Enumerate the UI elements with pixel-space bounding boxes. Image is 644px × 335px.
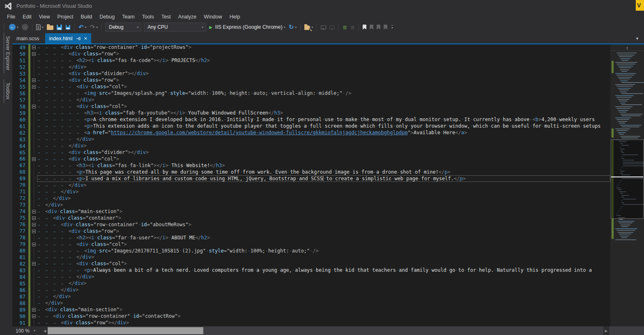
back-dropdown-icon[interactable]: ▾ [17, 25, 18, 29]
line-number[interactable]: 70 [12, 182, 27, 188]
toggle-bookmark-button[interactable] [361, 24, 368, 30]
collapse-box-icon[interactable] [32, 85, 36, 89]
tab-index-html[interactable]: index.html × [45, 33, 92, 44]
line-number[interactable]: 82 [12, 261, 27, 267]
new-file-button[interactable]: ▾ [35, 23, 45, 31]
code-line-62[interactable]: 62→→→→→→<a·href="https://chrome.google.c… [12, 130, 610, 136]
scroll-left-icon[interactable]: ◀ [42, 329, 48, 333]
code-line-79[interactable]: 79→→→→→<div·class="col"> [12, 241, 610, 248]
solution-configuration-combobox[interactable]: Debug ▾ [105, 23, 141, 32]
code-line-82[interactable]: 82→→→→→<div·class="col"> [12, 261, 610, 267]
collapse-box-icon[interactable] [32, 78, 36, 82]
collapse-box-icon[interactable] [32, 46, 36, 49]
menu-edit[interactable]: Edit [19, 13, 35, 21]
collapse-box-icon[interactable] [32, 105, 36, 108]
code-line-78[interactable]: 78→→→→→<h2><i·class="far·fa-user"></i>·A… [12, 234, 610, 241]
line-number[interactable]: 62 [12, 130, 27, 136]
close-icon[interactable]: × [84, 36, 87, 41]
line-number[interactable]: 84 [12, 274, 27, 280]
redo-button[interactable]: ↷ ▾ [89, 23, 99, 32]
fold-margin[interactable] [30, 228, 37, 234]
line-number[interactable]: 63 [12, 136, 27, 143]
code-line-57[interactable]: 57→→→→→</div> [12, 97, 610, 103]
code-line-88[interactable]: 88→</div> [12, 300, 610, 307]
navigate-forward-button[interactable]: → [21, 23, 30, 31]
code-editor[interactable]: 49→→→<div·class="row-container"·id="proj… [12, 44, 610, 326]
fold-margin[interactable] [30, 307, 37, 313]
collapse-box-icon[interactable] [32, 262, 36, 266]
fold-margin[interactable] [30, 241, 37, 248]
menu-window[interactable]: Window [200, 13, 225, 21]
line-number[interactable]: 65 [12, 149, 27, 156]
line-number[interactable]: 91 [12, 320, 27, 326]
navigate-back-button[interactable]: ← ▾ [8, 23, 20, 31]
code-line-91[interactable]: 91→→→<div·class="row"></div> [12, 320, 610, 326]
horizontal-scrollbar[interactable] [48, 326, 603, 335]
line-number[interactable]: 61 [12, 123, 27, 130]
refresh-dropdown-icon[interactable]: ▾ [295, 25, 297, 29]
line-number[interactable]: 89 [12, 307, 27, 313]
next-bookmark-button[interactable] [375, 24, 382, 30]
code-line-90[interactable]: 90→→<div·class="row-container"·id="conta… [12, 313, 610, 320]
code-line-76[interactable]: 76→→→<div·class="row-container"·id="abou… [12, 221, 610, 228]
fold-margin[interactable] [30, 208, 37, 215]
line-number[interactable]: 53 [12, 71, 27, 77]
toolbar-overflow-icon[interactable]: ▾ [391, 25, 393, 30]
menu-project[interactable]: Project [54, 13, 77, 21]
find-dropdown-icon[interactable]: ▾ [311, 25, 313, 29]
code-line-81[interactable]: 81→→→→→</div> [12, 254, 610, 261]
sidebar-tab-server-explorer[interactable]: Server Explorer [3, 33, 11, 73]
code-line-75[interactable]: 75→→<div·class="container"> [12, 215, 610, 221]
code-line-56[interactable]: 56→→→→→→<img·src="Images/splash.png"·sty… [12, 90, 610, 97]
line-number[interactable]: 49 [12, 44, 27, 51]
save-button[interactable] [55, 24, 63, 31]
zoom-dropdown-icon[interactable]: ▾ [34, 329, 35, 333]
document-dropdown-icon[interactable]: ▼ [635, 37, 639, 41]
line-number[interactable]: 58 [12, 103, 27, 110]
code-line-60[interactable]: 60→→→→→→<p>A·chrome·extension·I·develope… [12, 117, 610, 123]
fold-margin[interactable] [30, 44, 37, 51]
configuration-dropdown-icon[interactable]: ▾ [133, 25, 138, 29]
line-number[interactable]: 90 [12, 313, 27, 320]
line-number[interactable]: 85 [12, 280, 27, 287]
minimap-viewport[interactable] [611, 140, 644, 219]
undo-dropdown-icon[interactable]: ▾ [85, 25, 87, 29]
collapse-box-icon[interactable] [32, 216, 36, 220]
menu-help[interactable]: Help [226, 13, 244, 21]
previous-bookmark-button[interactable] [368, 24, 375, 30]
menu-analyze[interactable]: Analyze [175, 13, 200, 21]
line-number[interactable]: 80 [12, 248, 27, 254]
line-number[interactable]: 77 [12, 228, 27, 234]
line-number[interactable]: 57 [12, 97, 27, 103]
feedback-badge-icon[interactable]: V [636, 0, 644, 11]
menu-view[interactable]: View [35, 13, 54, 21]
line-number[interactable]: 75 [12, 215, 27, 221]
collapse-box-icon[interactable] [32, 314, 36, 318]
code-line-58[interactable]: 58→→→→→<div·class="col"> [12, 103, 610, 110]
undo-button[interactable]: ↶ ▾ [77, 23, 88, 32]
increase-indent-button[interactable]: ≣ [341, 23, 348, 31]
line-number[interactable]: 83 [12, 267, 27, 274]
line-number[interactable]: 64 [12, 143, 27, 149]
tab-main-scss[interactable]: main.scss [12, 33, 44, 44]
fold-margin[interactable] [30, 103, 37, 110]
code-line-73[interactable]: 73→</div> [12, 202, 610, 208]
fold-margin[interactable] [30, 313, 37, 320]
menu-build[interactable]: Build [77, 13, 96, 21]
line-number[interactable]: 79 [12, 241, 27, 248]
fold-margin[interactable] [30, 51, 37, 57]
line-number[interactable]: 60 [12, 117, 27, 123]
fold-margin[interactable] [30, 84, 37, 90]
line-number[interactable]: 54 [12, 77, 27, 84]
comment-button[interactable] [320, 24, 327, 30]
fold-margin[interactable] [30, 156, 37, 162]
line-number[interactable]: 88 [12, 300, 27, 307]
code-line-55[interactable]: 55→→→→→<div·class="col"> [12, 84, 610, 90]
scroll-right-icon[interactable]: ▶ [603, 329, 609, 333]
code-line-61[interactable]: 61→→→→→→<p>This·extension·adds·an·icon·t… [12, 123, 610, 130]
line-number[interactable]: 72 [12, 195, 27, 202]
save-all-button[interactable] [64, 24, 72, 31]
sidebar-tab-toolbox[interactable]: Toolbox [3, 79, 11, 103]
code-line-86[interactable]: 86→→→</div> [12, 287, 610, 294]
code-line-51[interactable]: 51→→→→→<h2><i·class="fas·fa-code"></i>·P… [12, 57, 610, 64]
